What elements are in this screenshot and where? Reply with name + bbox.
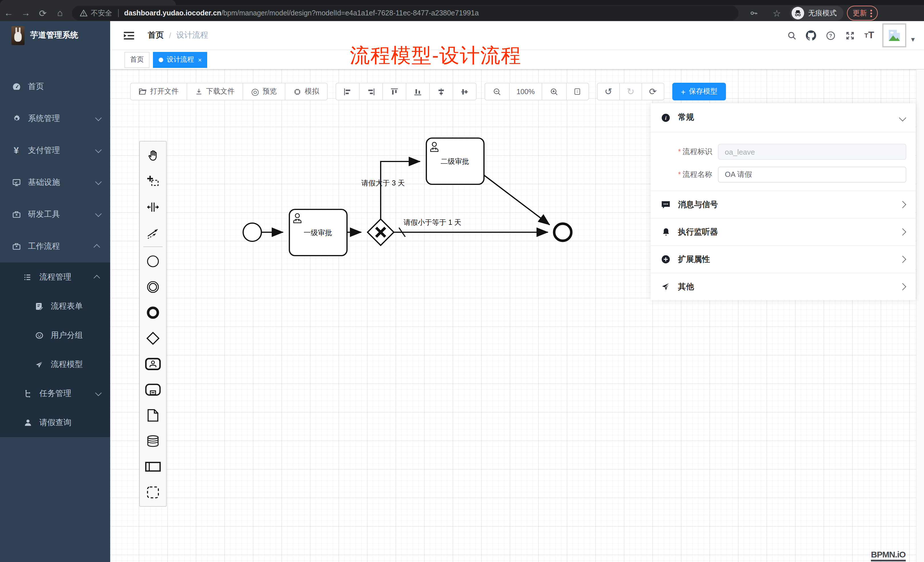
tab-close-icon[interactable]: ×: [198, 56, 202, 63]
sidebar-item-payment[interactable]: ¥ 支付管理: [0, 135, 110, 166]
font-size-icon[interactable]: TT: [860, 25, 879, 45]
zoom-level[interactable]: 100%: [509, 83, 542, 100]
task-first-approval[interactable]: 一级审批: [290, 210, 347, 256]
task-second-approval[interactable]: 二级审批: [426, 138, 484, 184]
sidebar: 芋道管理系统 首页 系统管理 ¥ 支付管理: [0, 21, 110, 562]
sidebar-item-process-model[interactable]: 流程模型: [0, 350, 110, 379]
tab-active-dot: [159, 57, 163, 62]
start-event[interactable]: [243, 223, 261, 241]
reload-icon[interactable]: ⟳: [34, 8, 51, 18]
sidebar-item-workflow[interactable]: 工作流程: [0, 231, 110, 262]
create-data-store[interactable]: [140, 428, 166, 454]
field-label: *流程标识: [660, 147, 718, 157]
zoom-out-button[interactable]: [484, 83, 510, 100]
panel-section-general[interactable]: i 常规: [651, 103, 915, 132]
create-intermediate-event[interactable]: [140, 274, 166, 300]
preview-button[interactable]: ◎ 预览: [243, 83, 285, 100]
sidebar-item-task-mgmt[interactable]: 任务管理: [0, 379, 110, 408]
create-gateway[interactable]: [140, 325, 166, 351]
zoom-in-button[interactable]: [542, 83, 567, 100]
create-end-event[interactable]: [140, 300, 166, 325]
align-left-button[interactable]: [336, 83, 360, 100]
align-center-horizontal-button[interactable]: [453, 83, 477, 100]
sidebar-item-label: 系统管理: [28, 114, 95, 124]
home-icon[interactable]: ⌂: [51, 8, 69, 18]
security-label[interactable]: 不安全: [91, 8, 112, 18]
bpmn-io-watermark[interactable]: BPMN.iO: [871, 550, 906, 561]
sidebar-item-label: 首页: [28, 82, 100, 92]
browser-active-tab[interactable]: [0, 0, 176, 5]
fullscreen-icon[interactable]: [840, 25, 860, 45]
app-logo[interactable]: 芋道管理系统: [0, 21, 110, 49]
align-top-button[interactable]: [382, 83, 406, 100]
panel-section-message-signal[interactable]: 消息与信号: [651, 191, 915, 219]
undo-button[interactable]: ↺: [597, 83, 620, 100]
task-label: 一级审批: [304, 228, 332, 237]
lasso-tool[interactable]: [140, 168, 166, 194]
caret-down-icon[interactable]: ▼: [910, 36, 916, 43]
sidebar-item-user-group[interactable]: 用户分组: [0, 321, 110, 350]
space-tool[interactable]: [140, 194, 166, 220]
browser-update-button[interactable]: 更新: [847, 6, 878, 21]
create-user-task[interactable]: [140, 351, 166, 376]
align-center-vertical-button[interactable]: [429, 83, 453, 100]
simulate-button[interactable]: 模拟: [285, 83, 328, 100]
create-participant[interactable]: [140, 454, 166, 479]
global-connect-tool[interactable]: [140, 220, 166, 245]
save-model-button[interactable]: + 保存模型: [672, 83, 726, 100]
end-event[interactable]: [554, 224, 571, 241]
field-label: *流程名称: [660, 169, 718, 180]
hand-tool[interactable]: [140, 142, 166, 168]
panel-section-other[interactable]: 其他: [651, 273, 915, 300]
align-bottom-button[interactable]: [406, 83, 430, 100]
redo-button[interactable]: ↻: [619, 83, 642, 100]
forward-icon[interactable]: →: [17, 8, 34, 18]
sidebar-item-leave-query[interactable]: 请假查询: [0, 408, 110, 437]
chevron-right-icon: [899, 256, 906, 263]
redo-icon: ↻: [627, 87, 634, 96]
github-icon[interactable]: [801, 25, 821, 45]
search-icon[interactable]: [782, 25, 801, 45]
right-scroll-track[interactable]: [916, 70, 924, 562]
flow-gateway-to-task2[interactable]: [381, 162, 420, 219]
tab-home[interactable]: 首页: [124, 52, 150, 67]
reset-zoom-button[interactable]: [566, 83, 589, 100]
help-icon[interactable]: ?: [821, 25, 840, 45]
restart-button[interactable]: ⟳: [642, 83, 664, 100]
align-right-button[interactable]: [359, 83, 383, 100]
bpmn-canvas[interactable]: 打开文件 下载文件 ◎ 预览 模拟: [110, 70, 924, 562]
sidebar-item-process-form[interactable]: 流程表单: [0, 292, 110, 321]
sidebar-item-process-mgmt[interactable]: 流程管理: [0, 262, 110, 292]
panel-section-extended-attrs[interactable]: 扩展属性: [651, 246, 915, 273]
url-bar[interactable]: 不安全 dashboard.yudao.iocoder.cn/bpm/manag…: [72, 6, 738, 21]
create-subprocess[interactable]: [140, 376, 166, 402]
create-data-object[interactable]: [140, 402, 166, 428]
briefcase-icon: [11, 241, 21, 251]
open-file-button[interactable]: 打开文件: [130, 83, 187, 100]
back-icon[interactable]: ←: [0, 8, 17, 18]
process-key-input[interactable]: [718, 144, 906, 160]
browser-menu-icon[interactable]: [870, 9, 872, 17]
tab-design-process[interactable]: 设计流程 ×: [153, 52, 207, 67]
bookmark-star-icon[interactable]: ☆: [767, 3, 786, 23]
sidebar-collapse-icon[interactable]: [119, 25, 139, 45]
chevron-right-icon: [899, 201, 906, 208]
create-start-event[interactable]: [140, 248, 166, 274]
create-group[interactable]: [140, 479, 166, 505]
sidebar-item-home[interactable]: 首页: [0, 71, 110, 103]
sidebar-item-system[interactable]: 系统管理: [0, 103, 110, 135]
sidebar-item-devtools[interactable]: 研发工具: [0, 199, 110, 231]
exclusive-gateway[interactable]: [368, 219, 394, 245]
app-title: 芋道管理系统: [30, 30, 78, 40]
panel-section-execution-listener[interactable]: 执行监听器: [651, 219, 915, 246]
breadcrumb-home[interactable]: 首页: [148, 30, 164, 40]
tab-label: 设计流程: [166, 55, 194, 64]
download-file-button[interactable]: 下载文件: [187, 83, 243, 100]
process-name-input[interactable]: [718, 166, 906, 183]
key-icon[interactable]: [744, 3, 764, 23]
chevron-down-icon: [95, 178, 102, 185]
sidebar-item-infrastructure[interactable]: 基础设施: [0, 166, 110, 199]
section-label: 扩展属性: [678, 254, 900, 264]
avatar[interactable]: [882, 23, 906, 47]
flow-task2-to-end[interactable]: [484, 175, 550, 225]
